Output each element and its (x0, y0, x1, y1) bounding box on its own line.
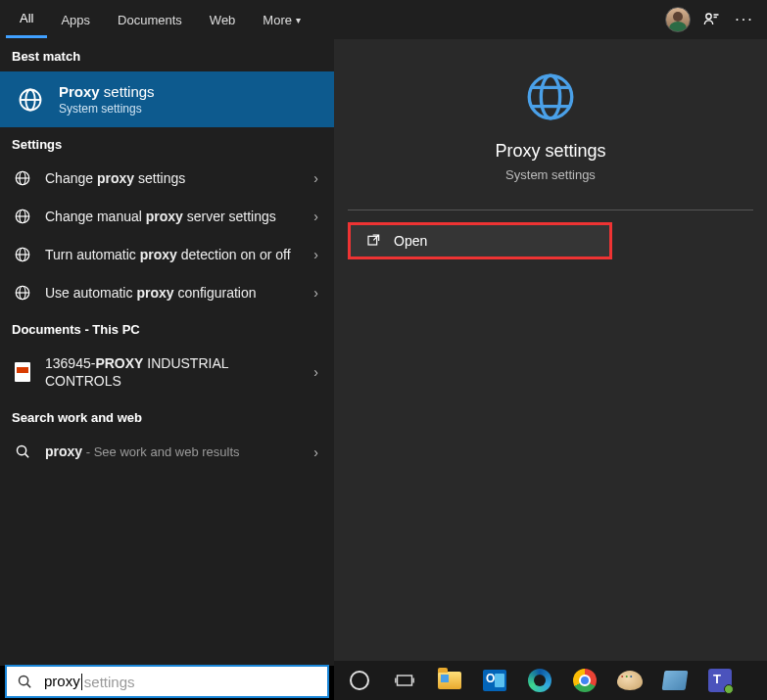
globe-icon (12, 208, 33, 225)
settings-result-change-proxy[interactable]: Change proxy settings › (0, 160, 334, 198)
svg-point-12 (529, 75, 572, 118)
web-result[interactable]: proxy - See work and web results › (0, 433, 334, 471)
result-label: 136945-PROXY INDUSTRIAL CONTROLS (45, 354, 302, 392)
more-options-icon[interactable]: ··· (728, 11, 761, 28)
chevron-right-icon: › (313, 209, 318, 224)
divider (348, 210, 753, 210)
settings-result-auto-detection[interactable]: Turn automatic proxy detection on or off… (0, 236, 334, 274)
paint-icon[interactable] (616, 667, 644, 694)
teams-icon[interactable] (706, 667, 734, 694)
globe-icon (12, 284, 33, 302)
open-icon (366, 233, 382, 249)
outlook-icon[interactable] (481, 667, 508, 694)
chevron-right-icon: › (313, 285, 318, 301)
chrome-icon[interactable] (571, 667, 599, 694)
result-label: proxy - See work and web results (45, 443, 302, 461)
user-avatar[interactable] (661, 7, 695, 32)
edge-icon[interactable] (526, 667, 553, 694)
svg-point-11 (17, 446, 25, 455)
result-label: Turn automatic proxy detection on or off (45, 246, 302, 264)
chevron-right-icon: › (313, 444, 318, 460)
search-input[interactable] (43, 674, 317, 690)
search-icon (12, 443, 33, 460)
tab-web[interactable]: Web (196, 3, 250, 37)
best-match-subtitle: System settings (59, 102, 155, 116)
globe-icon (16, 85, 45, 115)
settings-result-manual-proxy[interactable]: Change manual proxy server settings › (0, 198, 334, 236)
svg-point-13 (541, 75, 559, 118)
globe-icon (12, 246, 33, 263)
result-label: Use automatic proxy configuration (45, 284, 302, 303)
preview-subtitle: System settings (505, 167, 596, 182)
task-view-icon[interactable] (391, 667, 418, 694)
cortana-icon[interactable] (346, 667, 373, 694)
chevron-down-icon: ▾ (296, 15, 301, 25)
chevron-right-icon: › (313, 170, 318, 186)
section-best-match: Best match (0, 39, 334, 71)
result-label: Change manual proxy server settings (45, 208, 302, 226)
svg-rect-16 (398, 676, 412, 685)
best-match-title: Proxy settings (59, 83, 155, 100)
tab-apps[interactable]: Apps (47, 3, 104, 37)
document-result[interactable]: 136945-PROXY INDUSTRIAL CONTROLS › (0, 345, 334, 401)
feedback-icon[interactable] (695, 10, 728, 29)
file-explorer-icon[interactable] (436, 667, 463, 694)
notepad-icon[interactable] (661, 667, 689, 694)
search-box[interactable]: proxy settings proxy (5, 665, 329, 698)
chevron-right-icon: › (313, 247, 318, 262)
section-documents: Documents - This PC (0, 312, 334, 345)
open-label: Open (394, 233, 427, 249)
tab-more-label: More (263, 13, 292, 27)
tab-documents[interactable]: Documents (104, 3, 196, 37)
pdf-icon (12, 362, 33, 382)
tab-all[interactable]: All (6, 1, 47, 38)
best-match-result[interactable]: Proxy settings System settings (0, 71, 334, 127)
globe-icon (12, 169, 33, 187)
tab-more[interactable]: More ▾ (249, 3, 314, 37)
result-label: Change proxy settings (45, 169, 302, 188)
search-icon (17, 674, 33, 690)
taskbar (334, 661, 767, 700)
open-action[interactable]: Open (351, 225, 609, 257)
settings-result-auto-config[interactable]: Use automatic proxy configuration › (0, 274, 334, 312)
svg-point-15 (19, 676, 27, 684)
svg-point-0 (706, 14, 711, 19)
section-work-web: Search work and web (0, 400, 334, 433)
globe-icon (522, 69, 579, 125)
chevron-right-icon: › (313, 364, 318, 380)
section-settings: Settings (0, 127, 334, 160)
preview-title: Proxy settings (495, 141, 605, 162)
open-highlight-annotation: Open (348, 222, 612, 259)
